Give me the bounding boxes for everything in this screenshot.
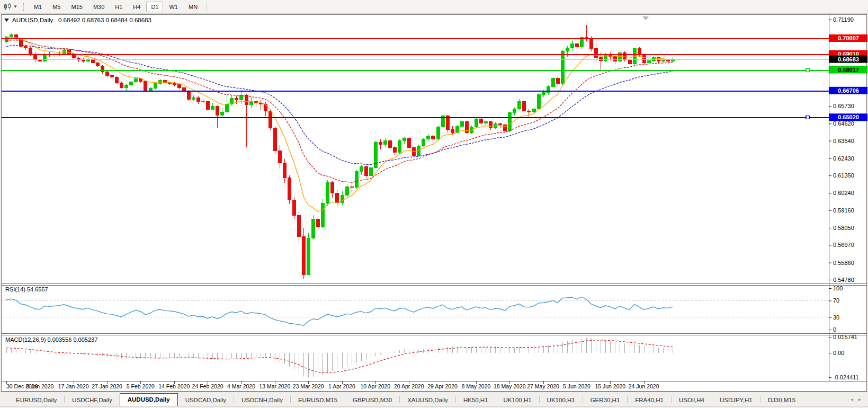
candle-body (197, 97, 200, 101)
candle-body (10, 35, 13, 37)
tab-dj30-m15[interactable]: DJ30,M15 (760, 394, 803, 406)
candle-body (317, 219, 320, 227)
price-badge-label: 0.65020 (838, 114, 859, 120)
timeframe-button-m15[interactable]: M15 (66, 2, 87, 12)
tab-nav-left-icon[interactable]: ◂ (848, 396, 856, 402)
tab-xauusd-daily[interactable]: XAUUSD,Daily (400, 394, 455, 406)
tab-usdchf-daily[interactable]: USDCHF,Daily (65, 394, 119, 406)
macd-label: MACD(12,26,9) 0.003556 0.005237 (5, 336, 97, 343)
date-label: 24 Jun 2020 (629, 383, 659, 389)
candle-body (307, 238, 310, 274)
timeframe-buttons: M1M5M15M30H1H4D1W1MN (29, 2, 203, 12)
candle-body (557, 78, 560, 83)
date-label: 15 Jun 2020 (595, 383, 625, 389)
rsi-tick-label: 100 (833, 285, 843, 291)
candle-body (111, 76, 114, 77)
toolbar-grip (23, 3, 25, 11)
tab-usoil-h4[interactable]: USOil,H4 (672, 394, 712, 406)
candle-body (523, 102, 526, 111)
rsi-tick-label: 0 (833, 326, 836, 333)
candle-body (192, 97, 195, 99)
candle-body (629, 60, 632, 64)
macd-tick-label: -0.024411 (833, 374, 859, 380)
timeframe-button-m5[interactable]: M5 (48, 2, 65, 12)
candle-body (288, 178, 291, 200)
timeframe-button-m1[interactable]: M1 (29, 2, 47, 12)
candle-body (120, 83, 123, 87)
price-tick-label: 0.61350 (833, 172, 854, 179)
candle-body (475, 119, 478, 127)
date-label: 8 May 2020 (461, 383, 490, 389)
tab-nav-right-icon[interactable]: ▸ (856, 396, 864, 402)
date-label: 5 Jun 2020 (563, 383, 590, 389)
candle-body (561, 51, 565, 83)
candle-body (566, 48, 569, 51)
candle-body (106, 72, 109, 75)
candle-body (527, 111, 531, 112)
timeframe-button-m30[interactable]: M30 (88, 2, 109, 12)
candle-body (408, 138, 411, 148)
hline-handle[interactable] (806, 69, 809, 72)
trading-terminal: ▼ M1M5M15M30H1H4D1W1MN 0.711900.679200.6… (0, 0, 868, 408)
date-label: 27 Jan 2020 (92, 383, 122, 389)
hline-handle[interactable] (806, 116, 809, 119)
tab-usdcnh-daily[interactable]: USDCNH,Daily (234, 394, 290, 406)
tab-gbpusd-m30[interactable]: GBPUSD,M30 (345, 394, 399, 406)
candle-body (283, 163, 287, 178)
price-tick-label: 0.54780 (833, 277, 854, 283)
candle-body (96, 63, 100, 66)
candle-body (221, 112, 224, 115)
price-tick-label: 0.55860 (833, 260, 854, 266)
price-badge-label: 0.68017 (838, 67, 859, 73)
tab-fra40-h1[interactable]: FRA40,H1 (628, 394, 671, 406)
candle-body (331, 183, 334, 193)
tab-usdjpy-h1[interactable]: USDJPY,H1 (712, 394, 760, 406)
tab-ger30-h1[interactable]: GER30,H1 (583, 394, 628, 406)
timeframe-button-d1[interactable]: D1 (146, 2, 163, 12)
rsi-tick-label: 70 (833, 297, 839, 304)
candle-body (202, 102, 205, 102)
price-tick-label: 0.62430 (833, 155, 854, 162)
tab-usdcad-daily[interactable]: USDCAD,Daily (178, 394, 234, 406)
candle-body (499, 124, 502, 125)
tab-uk100-h1[interactable]: UK100,H1 (496, 394, 539, 406)
date-label: 10 Apr 2020 (361, 383, 391, 389)
date-label: 8 Jan 2020 (26, 383, 53, 389)
price-tick-label: 0.60240 (833, 190, 854, 196)
tab-nav: ◂▸ (848, 396, 864, 402)
candle-body (667, 60, 670, 61)
candlestick-chart-icon (4, 3, 12, 11)
candle-body (599, 57, 603, 60)
chart-ohlc-values: 0.68492 0.68763 0.68484 0.68683 (58, 17, 151, 23)
macd-tick-label: 0.00 (833, 350, 844, 356)
tab-hk50-h1[interactable]: HK50,H1 (456, 394, 496, 406)
candle-body (82, 60, 85, 61)
tab-eurusd-m15[interactable]: EURUSD,M15 (291, 394, 345, 406)
candle-body (240, 95, 243, 100)
timeframe-button-h1[interactable]: H1 (110, 2, 127, 12)
candle-body (135, 79, 138, 82)
tab-eurusd-daily[interactable]: EURUSD,Daily (8, 394, 64, 406)
tab-uk100-h1[interactable]: UK100,H1 (540, 394, 583, 406)
candle-body (432, 136, 435, 139)
tab-audusd-daily[interactable]: AUDUSD,Daily (120, 393, 178, 406)
candle-body (115, 77, 119, 83)
candle-body (130, 82, 133, 85)
date-label: 4 Mar 2020 (227, 383, 255, 389)
price-tick-label: 0.59160 (833, 207, 854, 214)
candle-body (427, 136, 430, 139)
candle-body (370, 167, 373, 175)
date-label: 1 Apr 2020 (328, 383, 355, 389)
timeframe-button-w1[interactable]: W1 (164, 2, 183, 12)
candle-body (293, 200, 296, 215)
chart-type-button[interactable]: ▼ (2, 2, 19, 12)
candle-body (149, 88, 153, 91)
chart-canvas[interactable]: 0.711900.679200.657300.646200.635400.624… (0, 14, 868, 392)
price-badge-label: 0.70007 (838, 35, 859, 41)
candle-body (39, 60, 42, 61)
candle-body (398, 140, 401, 152)
timeframe-button-h4[interactable]: H4 (128, 2, 145, 12)
candle-body (207, 102, 210, 110)
timeframe-button-mn[interactable]: MN (184, 2, 202, 12)
date-label: 13 Mar 2020 (259, 383, 290, 389)
